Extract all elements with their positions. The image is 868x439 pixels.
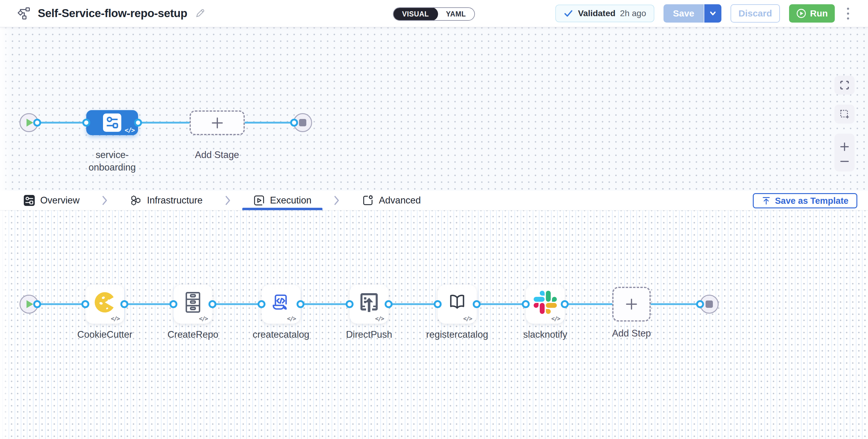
chevron-right-icon xyxy=(102,196,107,205)
connector-dot xyxy=(522,300,530,308)
more-options-kebab-icon[interactable] xyxy=(844,6,852,21)
header: Self-Service-flow-repo-setup VISUAL YAML… xyxy=(0,0,868,27)
add-step-label: Add Step xyxy=(589,327,674,340)
connector-dot xyxy=(257,300,266,308)
infrastructure-icon xyxy=(130,195,142,206)
connector-dot xyxy=(384,300,393,308)
canvas-left-fade xyxy=(0,27,12,191)
connector-dot xyxy=(346,300,353,308)
run-play-icon xyxy=(796,8,806,19)
visual-yaml-toggle: VISUAL YAML xyxy=(393,7,475,21)
plus-icon xyxy=(625,297,638,311)
plus-icon xyxy=(211,116,224,130)
connector-dot xyxy=(297,300,305,308)
connector-dot xyxy=(134,119,142,126)
connector-dot xyxy=(120,300,128,308)
add-stage-button[interactable] xyxy=(190,111,245,135)
stage-tabbar: Overview Infrastructure Execution xyxy=(0,191,868,210)
step-label: CreateRepo xyxy=(150,328,236,341)
code-badge: </> xyxy=(551,315,560,322)
pipeline-icon xyxy=(17,7,30,20)
discard-button[interactable]: Discard xyxy=(731,4,780,23)
step-label: registercatalog xyxy=(414,328,500,341)
save-options-caret[interactable] xyxy=(704,4,721,23)
toggle-visual[interactable]: VISUAL xyxy=(393,7,438,21)
page-title: Self-Service-flow-repo-setup xyxy=(38,7,187,20)
connector-dot xyxy=(169,300,177,308)
marquee-select-button[interactable] xyxy=(835,105,855,123)
zoom-in-icon[interactable] xyxy=(839,142,850,152)
step-cookiecutter[interactable]: </> xyxy=(85,285,124,324)
connector-dot xyxy=(82,119,90,126)
connector-dot xyxy=(696,300,704,308)
header-actions: Validated 2h ago Save Discard Run xyxy=(555,4,852,23)
zoom-controls xyxy=(835,134,855,171)
connector-dot xyxy=(434,300,442,308)
save-as-template-button[interactable]: Save as Template xyxy=(753,193,857,208)
code-badge: </> xyxy=(287,315,296,322)
code-badge: </> xyxy=(463,315,472,322)
step-label: slacknotify xyxy=(503,328,588,341)
step-slacknotify[interactable]: </> xyxy=(526,285,565,324)
step-createrepo[interactable]: </> xyxy=(174,285,212,324)
connector-dot xyxy=(209,300,216,308)
code-badge: </> xyxy=(375,315,384,322)
chevron-down-icon xyxy=(708,9,717,18)
chevron-right-icon xyxy=(225,196,231,205)
code-badge: </> xyxy=(199,315,208,322)
tab-separator xyxy=(334,191,340,210)
stage-canvas[interactable]: </> service-onboarding Add Stage xyxy=(0,27,868,191)
chevron-right-icon xyxy=(334,196,340,205)
header-left: Self-Service-flow-repo-setup xyxy=(17,7,206,20)
stage-node-service-onboarding[interactable]: </> xyxy=(86,110,138,135)
start-play-icon xyxy=(26,118,33,127)
toggle-yaml[interactable]: YAML xyxy=(437,7,474,21)
registercatalog-book-icon xyxy=(445,290,469,315)
validated-time: 2h ago xyxy=(620,8,646,18)
execution-canvas[interactable]: </> </> </> xyxy=(0,210,868,439)
fit-to-screen-button[interactable] xyxy=(835,76,855,94)
slack-icon xyxy=(534,291,557,314)
edit-pencil-icon[interactable] xyxy=(194,8,206,19)
tab-label: Overview xyxy=(40,195,80,206)
add-step-button[interactable] xyxy=(612,287,651,322)
stage-connector-line xyxy=(37,122,294,123)
code-badge: </> xyxy=(111,315,120,322)
tab-advanced[interactable]: Advanced xyxy=(355,191,428,210)
validated-label: Validated xyxy=(578,8,615,18)
step-label: CookieCutter xyxy=(62,328,148,341)
step-directpush[interactable]: </> xyxy=(349,285,389,324)
advanced-icon xyxy=(362,195,374,206)
connector-dot xyxy=(82,300,89,308)
connector-dot xyxy=(33,119,41,126)
tab-separator xyxy=(225,191,231,210)
stage-label: service-onboarding xyxy=(77,149,147,174)
directpush-upload-icon xyxy=(357,290,381,315)
connector-dot xyxy=(561,300,569,308)
save-button[interactable]: Save xyxy=(663,4,704,23)
save-split-button: Save xyxy=(663,4,721,23)
step-createcatalog[interactable]: </> xyxy=(261,285,301,324)
tab-label: Execution xyxy=(270,195,311,206)
step-registercatalog[interactable]: </> xyxy=(438,285,477,324)
check-icon xyxy=(563,8,573,18)
connector-dot xyxy=(290,119,298,126)
createrepo-drawers-icon xyxy=(181,290,205,315)
tab-overview[interactable]: Overview xyxy=(17,191,86,210)
tab-label: Advanced xyxy=(379,195,421,206)
start-play-icon xyxy=(26,300,33,309)
selection-icon xyxy=(839,109,850,119)
tab-separator xyxy=(102,191,107,210)
tab-execution[interactable]: Execution xyxy=(247,191,318,210)
execution-icon xyxy=(253,195,265,206)
zoom-out-icon[interactable] xyxy=(839,159,850,164)
createcatalog-scroll-icon xyxy=(269,290,293,315)
tab-infrastructure[interactable]: Infrastructure xyxy=(123,191,209,210)
stop-square-icon xyxy=(706,300,713,308)
validated-badge[interactable]: Validated 2h ago xyxy=(555,5,654,22)
canvas-left-fade xyxy=(0,210,12,439)
run-button[interactable]: Run xyxy=(789,4,835,23)
code-badge: </> xyxy=(125,126,134,134)
upload-icon xyxy=(762,196,771,205)
pipeline-studio: Self-Service-flow-repo-setup VISUAL YAML… xyxy=(0,0,868,439)
